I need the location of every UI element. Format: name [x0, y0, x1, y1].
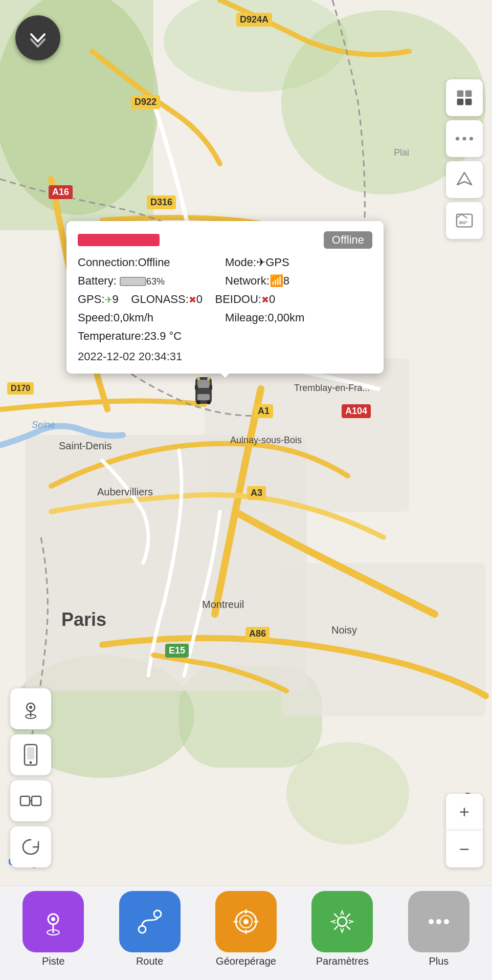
more-options-button[interactable]: [446, 120, 483, 157]
vehicle-marker[interactable]: [193, 374, 214, 407]
device-popup: Offline Connection:Offline Mode:✈GPS Bat…: [66, 221, 384, 374]
svg-point-51: [429, 919, 434, 924]
right-controls: 360°: [446, 79, 483, 239]
svg-rect-13: [195, 385, 198, 390]
status-badge: Offline: [324, 231, 372, 249]
nav-icon-georeperage: [215, 891, 277, 952]
map-container[interactable]: D924A D922 D316 A16 D170 A1 A104 A3 A86 …: [0, 0, 492, 980]
navigation-button[interactable]: [446, 161, 483, 198]
svg-rect-14: [209, 385, 212, 390]
svg-point-34: [30, 761, 32, 764]
road-badge-d922: D922: [131, 95, 160, 109]
road-badge-d170: D170: [7, 382, 34, 395]
battery-bar: [120, 277, 146, 286]
speed-value: 0,0km/h: [114, 311, 153, 324]
zoom-in-button[interactable]: +: [446, 794, 483, 831]
road-badge-a1: A1: [254, 404, 273, 418]
svg-point-50: [338, 917, 347, 926]
nav-icon-parametres: [311, 891, 373, 952]
nav-label-piste: Piste: [42, 955, 64, 967]
svg-point-18: [207, 377, 210, 380]
nav-icon-route: [119, 891, 181, 952]
nav-item-route[interactable]: Route: [101, 891, 197, 967]
svg-rect-20: [457, 91, 464, 97]
geofence-button[interactable]: [10, 688, 51, 729]
nav-icon-plus: [408, 891, 469, 952]
svg-rect-23: [465, 99, 472, 105]
svg-point-24: [456, 137, 459, 140]
gps-label: GPS:: [78, 293, 105, 306]
road-badge-a3: A3: [247, 486, 266, 500]
svg-rect-21: [465, 91, 472, 97]
svg-point-45: [243, 919, 249, 924]
bottom-nav: Piste Route Géorepérage: [0, 885, 492, 980]
temperature-value: 23.9 °C: [144, 330, 182, 342]
phone-button[interactable]: [10, 734, 51, 775]
network-label: Network:: [225, 274, 270, 287]
road-badge-d924a: D924A: [236, 13, 272, 27]
battery-field: Battery: 63%: [78, 274, 225, 288]
device-name-redacted: [78, 234, 160, 246]
temperature-field: Temperature:23.9 °C: [78, 330, 372, 343]
glonass-label: GLONASS:: [131, 293, 188, 306]
svg-rect-11: [197, 380, 210, 388]
network-icon: 📶: [270, 274, 283, 287]
svg-point-42: [154, 910, 161, 918]
nav-label-route: Route: [136, 955, 163, 967]
layers-button[interactable]: [446, 79, 483, 116]
svg-point-52: [436, 919, 441, 924]
svg-rect-22: [457, 99, 464, 105]
mode-field: Mode:✈GPS: [225, 256, 372, 269]
speed-field: Speed:0,0km/h: [78, 311, 225, 324]
nav-label-parametres: Paramètres: [316, 955, 369, 967]
popup-grid: Connection:Offline Mode:✈GPS Battery: 63…: [78, 256, 372, 343]
beidou-label: BEIDOU:: [215, 293, 261, 306]
road-badge-a104: A104: [342, 404, 371, 418]
svg-point-17: [197, 377, 200, 380]
mode-value: GPS: [265, 256, 289, 269]
svg-point-41: [139, 926, 146, 933]
nav-label-georeperage: Géorepérage: [216, 955, 276, 967]
gps-row: GPS:✈9 GLONASS:✖0 BEIDOU:✖0: [78, 293, 372, 306]
zoom-out-button[interactable]: −: [446, 831, 483, 867]
svg-point-25: [462, 137, 466, 140]
360-view-button[interactable]: 360°: [446, 202, 483, 239]
zoom-controls: + −: [446, 794, 483, 867]
svg-point-53: [444, 919, 449, 924]
svg-text:360°: 360°: [459, 220, 468, 225]
collapse-button[interactable]: [15, 15, 60, 60]
nav-item-plus[interactable]: Plus: [391, 891, 487, 967]
popup-timestamp: 2022-12-02 20:34:31: [78, 350, 372, 363]
mileage-label: Mileage:: [225, 311, 267, 324]
nav-item-parametres[interactable]: Paramètres: [294, 891, 390, 967]
svg-rect-8: [205, 358, 409, 512]
glonass-value: 0: [196, 293, 203, 306]
map-svg: [0, 0, 492, 980]
svg-rect-35: [20, 796, 30, 805]
mode-label: Mode:: [225, 256, 256, 269]
mode-icon: ✈: [256, 256, 265, 269]
svg-point-39: [51, 917, 55, 921]
speed-label: Speed:: [78, 311, 114, 324]
mileage-value: 0,00km: [267, 311, 304, 324]
beidou-value: 0: [269, 293, 275, 306]
road-badge-d316: D316: [147, 195, 176, 209]
network-field: Network:📶8: [225, 274, 372, 288]
connect-button[interactable]: [10, 780, 51, 821]
gps-value: 9: [113, 293, 119, 306]
battery-percent: 63%: [146, 276, 165, 287]
nav-label-plus: Plus: [429, 955, 449, 967]
nav-item-georeperage[interactable]: Géorepérage: [198, 891, 294, 967]
refresh-button[interactable]: [10, 826, 51, 867]
svg-rect-33: [27, 747, 34, 759]
connection-field: Connection:Offline: [78, 256, 225, 269]
connection-value: Offline: [138, 256, 170, 269]
nav-item-piste[interactable]: Piste: [5, 891, 101, 967]
svg-point-16: [207, 400, 211, 404]
popup-header: Offline: [78, 231, 372, 249]
svg-rect-36: [32, 796, 41, 805]
svg-point-6: [286, 742, 409, 844]
connection-label: Connection:: [78, 256, 138, 269]
road-badge-a16: A16: [49, 185, 73, 199]
mileage-field: Mileage:0,00km: [225, 311, 372, 324]
